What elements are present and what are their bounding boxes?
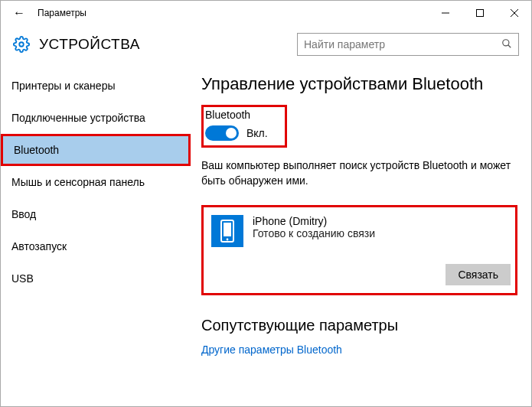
sidebar: Принтеры и сканеры Подключенные устройст… xyxy=(1,63,191,406)
device-row[interactable]: iPhone (Dmitry) Готово к созданию связи xyxy=(208,212,511,250)
main-panel: Управление устройствами Bluetooth Blueto… xyxy=(191,63,531,406)
device-status: Готово к созданию связи xyxy=(253,227,375,239)
svg-rect-8 xyxy=(224,223,231,236)
gear-icon xyxy=(13,36,30,53)
window-controls xyxy=(428,1,531,25)
sidebar-item-usb[interactable]: USB xyxy=(1,262,191,295)
bluetooth-toggle[interactable] xyxy=(205,125,239,141)
back-button[interactable]: ← xyxy=(7,1,31,25)
sidebar-item-bluetooth[interactable]: Bluetooth xyxy=(1,134,191,166)
minimize-button[interactable] xyxy=(428,1,462,25)
device-box: iPhone (Dmitry) Готово к созданию связи … xyxy=(201,205,517,295)
sidebar-item-connected-devices[interactable]: Подключенные устройства xyxy=(1,102,191,134)
close-button[interactable] xyxy=(497,1,531,25)
toggle-state: Вкл. xyxy=(246,127,268,139)
related-link[interactable]: Другие параметры Bluetooth xyxy=(201,344,517,356)
section-title: Управление устройствами Bluetooth xyxy=(201,74,517,94)
sidebar-item-printers[interactable]: Принтеры и сканеры xyxy=(1,70,191,102)
maximize-button[interactable] xyxy=(462,1,497,25)
sidebar-item-mouse[interactable]: Мышь и сенсорная панель xyxy=(1,166,191,198)
device-name: iPhone (Dmitry) xyxy=(253,215,375,227)
svg-rect-1 xyxy=(476,10,483,17)
sidebar-item-typing[interactable]: Ввод xyxy=(1,198,191,230)
bluetooth-toggle-block: Bluetooth Вкл. xyxy=(201,105,287,148)
toggle-label: Bluetooth xyxy=(205,109,268,121)
titlebar: ← Параметры xyxy=(1,1,531,25)
search-icon xyxy=(501,38,512,51)
sidebar-item-autoplay[interactable]: Автозапуск xyxy=(1,230,191,262)
phone-icon xyxy=(211,215,243,247)
svg-point-4 xyxy=(19,42,24,47)
page-title: УСТРОЙСТВА xyxy=(39,36,140,53)
svg-point-9 xyxy=(227,239,229,241)
svg-point-5 xyxy=(503,39,509,45)
svg-line-6 xyxy=(508,44,511,47)
window-title: Параметры xyxy=(31,8,86,18)
pair-button[interactable]: Связать xyxy=(446,264,511,285)
search-input[interactable]: Найти параметр xyxy=(297,33,519,56)
content: Принтеры и сканеры Подключенные устройст… xyxy=(1,63,531,406)
related-heading: Сопутствующие параметры xyxy=(201,317,517,334)
search-placeholder: Найти параметр xyxy=(304,38,501,50)
header-row: УСТРОЙСТВА Найти параметр xyxy=(1,25,531,63)
bluetooth-description: Ваш компьютер выполняет поиск устройств … xyxy=(201,158,517,188)
